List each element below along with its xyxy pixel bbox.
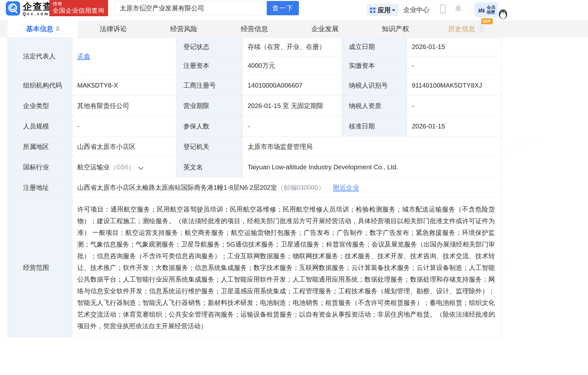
establish-date-label: 成立日期 <box>342 38 407 56</box>
chevron-down-icon[interactable] <box>138 167 143 170</box>
reg-authority-label: 登记机关 <box>176 137 243 157</box>
industry-label: 国标行业 <box>8 157 72 177</box>
grid-icon <box>370 7 375 13</box>
tab-basic-info-label: 基本信息 <box>26 24 53 33</box>
divider <box>470 6 470 14</box>
top-header: 企查查 Qcc.com 传奇 全国企业信用查询 查一下 ✕ 应用 企业中心 <box>0 0 588 20</box>
business-reg-no-value: 14010000A006607 <box>243 75 342 96</box>
address-value: 山西省太原市小店区太榆路太原南站国际商务港1幢1-8层N6 2层202室（邮编0… <box>72 177 502 198</box>
insured-count-label: 参保人数 <box>176 116 243 137</box>
insured-count-value: - <box>243 116 342 137</box>
region-value: 山西省太原市小店区 <box>72 137 176 157</box>
apps-label: 应用 <box>378 6 391 15</box>
paid-capital-value: - <box>407 56 502 75</box>
promo-banner[interactable]: 传奇 全国企业信用查询 <box>49 0 108 16</box>
reg-capital-label: 注册资本 <box>176 56 243 75</box>
phone-icon[interactable] <box>440 4 446 14</box>
caret-down-icon <box>392 9 395 11</box>
approval-date-value: 2026-01-15 <box>407 116 502 137</box>
brand-name: 企查查 <box>23 2 53 11</box>
info-icon[interactable]: i <box>478 26 484 32</box>
org-code-label: 组织机构代码 <box>8 75 72 96</box>
taxpayer-id-value: 91140100MAK5DTY8XJ <box>407 75 502 96</box>
tab-operating-risk[interactable]: 经营风险 <box>149 20 219 37</box>
approval-date-label: 核准日期 <box>342 116 407 137</box>
enterprise-center-link[interactable]: 企业中心 <box>403 6 429 14</box>
paid-capital-label: 实缴资本 <box>342 56 407 75</box>
brand-domain: Qcc.com <box>23 12 53 16</box>
business-term-value: 2026-01-15 至 无固定期限 <box>243 96 342 116</box>
search-input[interactable] <box>114 1 267 15</box>
region-label: 所属地区 <box>8 137 72 157</box>
nearby-companies-link[interactable]: 附近企业 <box>333 184 359 191</box>
taxpayer-id-label: 纳税人识别号 <box>342 75 407 96</box>
business-reg-no-label: 工商注册号 <box>176 75 243 96</box>
tab-enterprise-development[interactable]: 企业发展 <box>290 20 360 37</box>
reg-status-value: 存续（在营、开业、在册） <box>243 38 342 56</box>
vip-renew-label: 会员 续费 <box>487 5 495 15</box>
tab-intellectual-property[interactable]: 知识产权 <box>360 20 431 37</box>
clear-search-icon[interactable]: ✕ <box>141 4 147 10</box>
vip-badge: VIP <box>481 18 493 24</box>
legal-rep-link[interactable]: 孟鑫 <box>77 53 90 60</box>
promo-line2: 全国企业信用查询 <box>53 7 108 15</box>
company-type-value: 其他有限责任公司 <box>72 96 176 116</box>
reg-status-label: 登记状态 <box>176 38 243 56</box>
legal-rep-value: 孟鑫 <box>72 38 176 75</box>
company-type-label: 企业类型 <box>8 96 72 116</box>
establish-date-value: 2026-01-15 <box>407 38 502 56</box>
tab-bar: 基本信息 8 法律诉讼 经营风险 经营信息 企业发展 知识产权 VIP 历史信息… <box>0 20 588 37</box>
tab-operating-info[interactable]: 经营信息 <box>219 20 289 37</box>
business-scope-label: 经营范围 <box>8 198 72 338</box>
english-name-label: 英文名 <box>176 157 243 177</box>
brand[interactable]: 企查查 Qcc.com <box>23 2 53 16</box>
business-term-label: 营业期限 <box>176 96 243 116</box>
reg-authority-value: 太原市市场监督管理局 <box>243 137 502 157</box>
customer-service-penguin-icon[interactable] <box>498 8 508 19</box>
tab-basic-info-count: 8 <box>56 25 59 32</box>
tab-basic-info[interactable]: 基本信息 8 <box>7 20 78 37</box>
apps-menu[interactable]: 应用 <box>367 4 398 16</box>
reg-capital-value: 4000万元 <box>243 56 342 75</box>
search-button[interactable]: 查一下 <box>267 1 299 15</box>
english-name-value: Taiyuan Low-altitude Industry Developmen… <box>243 157 502 177</box>
tab-legal-litigation[interactable]: 法律诉讼 <box>78 20 148 37</box>
page: E M U 3 Q D E M U 3 Q D E M U 3 Q D E M … <box>0 0 588 375</box>
promo-line1: 传奇 <box>53 1 108 7</box>
address-label: 注册地址 <box>8 177 72 198</box>
bell-icon[interactable] <box>454 5 462 13</box>
staff-size-value: - <box>72 116 176 137</box>
legal-rep-label: 法定代表人 <box>8 38 72 75</box>
qcc-logo-icon[interactable] <box>6 1 20 16</box>
taxpayer-quality-value: - <box>407 96 502 116</box>
company-info-table: 法定代表人 孟鑫 登记状态 存续（在营、开业、在册） 成立日期 2026-01-… <box>7 37 502 338</box>
business-scope-value: 许可项目：通用航空服务；民用航空器驾驶员培训；民用航空器维修；民用航空维修人员培… <box>72 198 502 338</box>
taxpayer-quality-label: 纳税人资质 <box>342 96 407 116</box>
vip-renew-button[interactable]: 会员 续费 <box>475 2 498 17</box>
industry-value: 航空运输业（G56） <box>72 157 176 177</box>
staff-size-label: 人员规模 <box>8 116 72 137</box>
tab-history-info[interactable]: VIP 历史信息 i <box>431 20 501 37</box>
crown-icon <box>478 6 485 13</box>
org-code-value: MAK5DTY8-X <box>72 75 176 96</box>
